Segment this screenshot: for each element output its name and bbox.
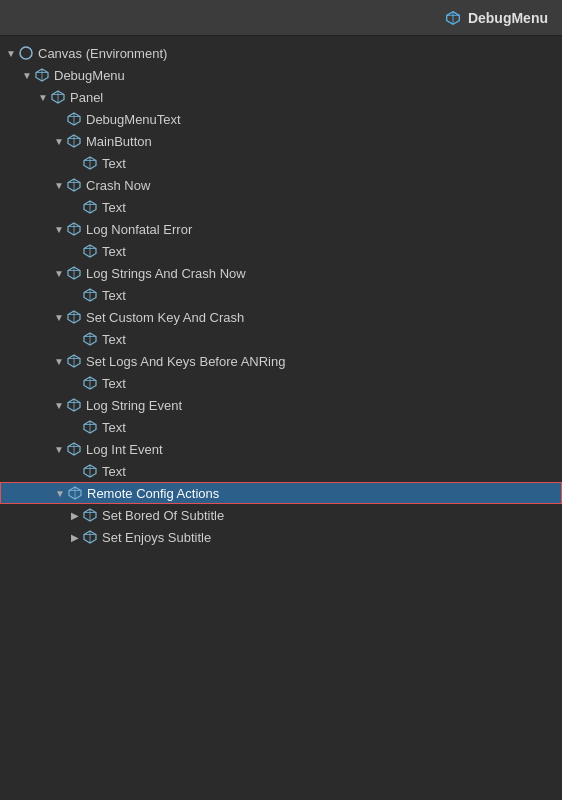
tree-row[interactable]: Set Custom Key And Crash	[0, 306, 562, 328]
tree-row[interactable]: Text	[0, 152, 562, 174]
node-label: Log String Event	[86, 398, 182, 413]
tree-container[interactable]: Canvas (Environment)DebugMenuPanelDebugM…	[0, 36, 562, 800]
tree-row[interactable]: Set Enjoys Subtitle	[0, 526, 562, 548]
tree-row[interactable]: Panel	[0, 86, 562, 108]
cube-icon	[66, 177, 82, 193]
tree-arrow[interactable]	[68, 510, 82, 521]
tree-row[interactable]: Text	[0, 372, 562, 394]
tree-arrow[interactable]	[52, 136, 66, 147]
cube-icon	[66, 441, 82, 457]
cube-icon	[82, 155, 98, 171]
tree-arrow[interactable]	[53, 488, 67, 499]
cube-icon	[82, 243, 98, 259]
app-container: DebugMenu Canvas (Environment)DebugMenuP…	[0, 0, 562, 800]
tree-arrow[interactable]	[52, 268, 66, 279]
node-label: Remote Config Actions	[87, 486, 219, 501]
cube-icon	[82, 507, 98, 523]
tree-arrow[interactable]	[20, 70, 34, 81]
cube-icon	[66, 221, 82, 237]
node-label: Text	[102, 244, 126, 259]
tree-row[interactable]: Remote Config Actions	[0, 482, 562, 504]
node-label: Log Int Event	[86, 442, 163, 457]
node-label: Text	[102, 376, 126, 391]
node-label: Text	[102, 420, 126, 435]
node-label: Text	[102, 200, 126, 215]
tree-arrow[interactable]	[52, 400, 66, 411]
tree-row[interactable]: Crash Now	[0, 174, 562, 196]
header: DebugMenu	[0, 0, 562, 36]
tree-row[interactable]: DebugMenuText	[0, 108, 562, 130]
cube-icon	[82, 529, 98, 545]
cube-icon	[82, 331, 98, 347]
node-label: MainButton	[86, 134, 152, 149]
tree-arrow[interactable]	[36, 92, 50, 103]
tree-row[interactable]: Text	[0, 416, 562, 438]
tree-arrow[interactable]	[52, 444, 66, 455]
node-label: Panel	[70, 90, 103, 105]
node-label: Crash Now	[86, 178, 150, 193]
cube-icon	[82, 419, 98, 435]
node-label: Canvas (Environment)	[38, 46, 167, 61]
cube-icon	[67, 485, 83, 501]
circle-icon	[18, 45, 34, 61]
cube-icon	[82, 287, 98, 303]
node-label: DebugMenu	[54, 68, 125, 83]
header-text: DebugMenu	[468, 10, 548, 26]
tree-arrow[interactable]	[52, 356, 66, 367]
tree-row[interactable]: Text	[0, 460, 562, 482]
tree-arrow[interactable]	[52, 180, 66, 191]
node-label: Log Strings And Crash Now	[86, 266, 246, 281]
tree-row[interactable]: Log String Event	[0, 394, 562, 416]
node-label: Set Bored Of Subtitle	[102, 508, 224, 523]
tree-row[interactable]: Text	[0, 328, 562, 350]
cube-icon	[82, 463, 98, 479]
cube-icon	[66, 397, 82, 413]
node-label: Text	[102, 332, 126, 347]
tree-arrow[interactable]	[4, 48, 18, 59]
node-label: Text	[102, 156, 126, 171]
cube-icon	[66, 133, 82, 149]
svg-point-6	[20, 47, 32, 59]
tree-row[interactable]: DebugMenu	[0, 64, 562, 86]
tree-arrow[interactable]	[52, 312, 66, 323]
cube-icon	[66, 353, 82, 369]
tree-row[interactable]: MainButton	[0, 130, 562, 152]
cube-icon	[66, 309, 82, 325]
tree-row[interactable]: Log Int Event	[0, 438, 562, 460]
tree-arrow[interactable]	[52, 224, 66, 235]
tree-row[interactable]: Set Bored Of Subtitle	[0, 504, 562, 526]
cube-icon	[82, 375, 98, 391]
cube-icon	[50, 89, 66, 105]
cube-icon	[34, 67, 50, 83]
tree-row[interactable]: Text	[0, 284, 562, 306]
node-label: Set Custom Key And Crash	[86, 310, 244, 325]
cube-icon	[66, 111, 82, 127]
cube-icon	[66, 265, 82, 281]
node-label: Set Enjoys Subtitle	[102, 530, 211, 545]
node-label: DebugMenuText	[86, 112, 181, 127]
header-cube-icon	[444, 9, 462, 27]
cube-icon	[82, 199, 98, 215]
tree-row[interactable]: Text	[0, 196, 562, 218]
node-label: Set Logs And Keys Before ANRing	[86, 354, 285, 369]
header-title: DebugMenu	[444, 9, 548, 27]
tree-arrow[interactable]	[68, 532, 82, 543]
node-label: Text	[102, 288, 126, 303]
node-label: Log Nonfatal Error	[86, 222, 192, 237]
node-label: Text	[102, 464, 126, 479]
tree-row[interactable]: Log Strings And Crash Now	[0, 262, 562, 284]
tree-row[interactable]: Set Logs And Keys Before ANRing	[0, 350, 562, 372]
tree-row[interactable]: Canvas (Environment)	[0, 42, 562, 64]
tree-row[interactable]: Text	[0, 240, 562, 262]
tree-row[interactable]: Log Nonfatal Error	[0, 218, 562, 240]
